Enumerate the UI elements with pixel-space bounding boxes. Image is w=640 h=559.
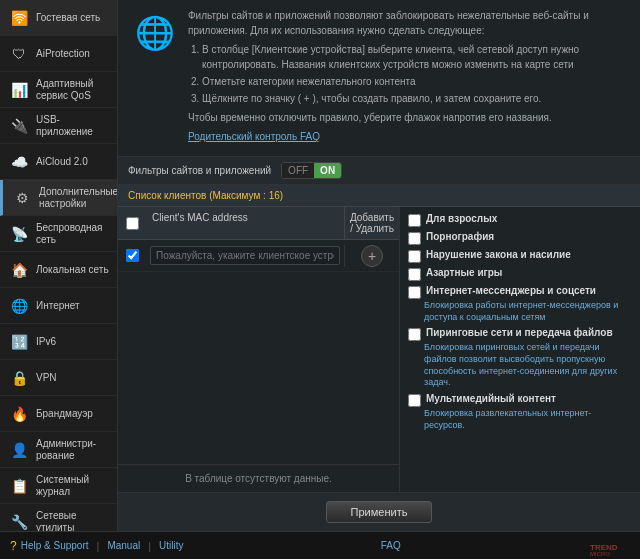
table-mac-header: Client's MAC address: [146, 207, 344, 239]
content-type-gambling-label[interactable]: Азартные игры: [408, 267, 632, 281]
sidebar-item-wireless[interactable]: 📡 Беспроводная сеть: [0, 216, 117, 252]
vpn-icon: 🔒: [8, 367, 30, 389]
table-body: +: [118, 240, 399, 464]
social-desc: Блокировка работы интернет-мессенджеров …: [424, 300, 632, 323]
content-type-gambling: Азартные игры: [408, 267, 632, 281]
sidebar-item-label: Сетевые утилиты: [36, 510, 109, 532]
wireless-icon: 📡: [8, 223, 30, 245]
temp-disable-text: Чтобы временно отключить правило, уберит…: [188, 110, 628, 125]
internet-icon: 🌐: [8, 295, 30, 317]
sidebar-item-label: Дополнительные настройки: [39, 186, 118, 210]
aicloud-icon: ☁️: [8, 151, 30, 173]
sidebar-item-syslog[interactable]: 📋 Системный журнал: [0, 468, 117, 504]
guest-network-icon: 🛜: [8, 7, 30, 29]
content-type-social: Интернет-мессенджеры и соцсети Блокировк…: [408, 285, 632, 323]
p2p-checkbox[interactable]: [408, 328, 421, 341]
manual-link[interactable]: Manual: [107, 540, 140, 551]
adult-name: Для взрослых: [426, 213, 497, 224]
faq-right-link[interactable]: FAQ: [381, 540, 401, 551]
apply-button[interactable]: Применить: [326, 501, 433, 523]
p2p-desc: Блокировка пиринговых сетей и передачи ф…: [424, 342, 632, 389]
mac-input[interactable]: [150, 246, 340, 265]
table-row: +: [118, 240, 399, 272]
filter-bar: Фильтры сайтов и приложений OFF ON: [118, 157, 640, 185]
sidebar-item-label: AiCloud 2.0: [36, 156, 88, 168]
sidebar-item-ipv6[interactable]: 🔢 IPv6: [0, 324, 117, 360]
bottom-bar: ? Help & Support | Manual | Utility FAQ …: [0, 531, 640, 559]
ipv6-icon: 🔢: [8, 331, 30, 353]
svg-text:MICRO: MICRO: [590, 551, 610, 556]
help-support-link[interactable]: Help & Support: [21, 540, 89, 551]
sidebar-item-label: IPv6: [36, 336, 56, 348]
content-type-violence-label[interactable]: Нарушение закона и насилие: [408, 249, 632, 263]
violence-checkbox[interactable]: [408, 250, 421, 263]
content-type-adult: Для взрослых: [408, 213, 632, 227]
sidebar-item-internet[interactable]: 🌐 Интернет: [0, 288, 117, 324]
table-header: Client's MAC address Добавить / Удалить: [118, 207, 399, 240]
sidebar-item-label: Гостевая сеть: [36, 12, 100, 24]
media-name: Мультимедийный контент: [426, 393, 556, 404]
add-plus-button[interactable]: +: [361, 245, 383, 267]
utility-link[interactable]: Utility: [159, 540, 183, 551]
toggle-switch[interactable]: OFF ON: [281, 162, 342, 179]
syslog-icon: 📋: [8, 475, 30, 497]
content-type-porn-label[interactable]: Порнография: [408, 231, 632, 245]
media-checkbox[interactable]: [408, 394, 421, 407]
separator-1: |: [97, 540, 100, 552]
table-check-header: [118, 207, 146, 239]
gambling-name: Азартные игры: [426, 267, 502, 278]
gambling-checkbox[interactable]: [408, 268, 421, 281]
sidebar-item-label: Адаптивный сервис QoS: [36, 78, 109, 102]
faq-link[interactable]: Родительский контроль FAQ: [188, 131, 320, 142]
usb-icon: 🔌: [8, 115, 30, 137]
no-data-message: В таблице отсутствуют данные.: [118, 464, 399, 492]
content-type-violence: Нарушение закона и насилие: [408, 249, 632, 263]
sidebar-item-advanced[interactable]: ⚙ Дополнительные настройки: [0, 180, 117, 216]
table-left: Client's MAC address Добавить / Удалить …: [118, 207, 400, 492]
firewall-icon: 🔥: [8, 403, 30, 425]
sidebar-item-netutils[interactable]: 🔧 Сетевые утилиты: [0, 504, 117, 531]
sidebar-item-label: Администри-рование: [36, 438, 109, 462]
sidebar-item-qos[interactable]: 📊 Адаптивный сервис QoS: [0, 72, 117, 108]
sidebar-item-vpn[interactable]: 🔒 VPN: [0, 360, 117, 396]
sidebar-item-firewall[interactable]: 🔥 Брандмауэр: [0, 396, 117, 432]
table-add-header: Добавить / Удалить: [344, 207, 399, 239]
sidebar-item-aiprotection[interactable]: 🛡 AiProtection: [0, 36, 117, 72]
row-checkbox[interactable]: [126, 249, 139, 262]
sidebar-item-label: Системный журнал: [36, 474, 109, 498]
content-type-media-label[interactable]: Мультимедийный контент: [408, 393, 632, 407]
porn-checkbox[interactable]: [408, 232, 421, 245]
sidebar-item-lan[interactable]: 🏠 Локальная сеть: [0, 252, 117, 288]
sidebar-item-admin[interactable]: 👤 Администри-рование: [0, 432, 117, 468]
main-content: 🌐 Фильтры сайтов и приложений позволяют …: [118, 0, 640, 531]
content-type-social-label[interactable]: Интернет-мессенджеры и соцсети: [408, 285, 632, 299]
add-button-cell: +: [344, 245, 399, 267]
adult-checkbox[interactable]: [408, 214, 421, 227]
content-type-media: Мультимедийный контент Блокировка развле…: [408, 393, 632, 431]
lan-icon: 🏠: [8, 259, 30, 281]
sidebar: 🛜 Гостевая сеть 🛡 AiProtection 📊 Адаптив…: [0, 0, 118, 531]
sidebar-item-label: VPN: [36, 372, 57, 384]
sidebar-item-aicloud[interactable]: ☁️ AiCloud 2.0: [0, 144, 117, 180]
sidebar-item-label: AiProtection: [36, 48, 90, 60]
separator-2: |: [148, 540, 151, 552]
step-1: В столбце [Клиентские устройства] выбери…: [202, 42, 628, 72]
mac-input-cell: [146, 244, 344, 267]
client-list-title: Список клиентов (Максимум : 16): [128, 190, 283, 201]
sidebar-item-guest-network[interactable]: 🛜 Гостевая сеть: [0, 0, 117, 36]
toggle-on-label: ON: [314, 163, 341, 178]
sidebar-item-usb[interactable]: 🔌 USB-приложение: [0, 108, 117, 144]
social-checkbox[interactable]: [408, 286, 421, 299]
content-type-p2p-label[interactable]: Пиринговые сети и передача файлов: [408, 327, 632, 341]
media-desc: Блокировка развлекательных интернет-ресу…: [424, 408, 632, 431]
netutils-icon: 🔧: [8, 511, 30, 532]
porn-name: Порнография: [426, 231, 494, 242]
select-all-checkbox[interactable]: [126, 217, 139, 230]
sidebar-item-label: Беспроводная сеть: [36, 222, 109, 246]
aiprotection-icon: 🛡: [8, 43, 30, 65]
content-type-porn: Порнография: [408, 231, 632, 245]
filter-label: Фильтры сайтов и приложений: [128, 165, 271, 176]
sidebar-item-label: USB-приложение: [36, 114, 109, 138]
content-type-adult-label[interactable]: Для взрослых: [408, 213, 632, 227]
step-3: Щёлкните по значку ( + ), чтобы создать …: [202, 91, 628, 106]
